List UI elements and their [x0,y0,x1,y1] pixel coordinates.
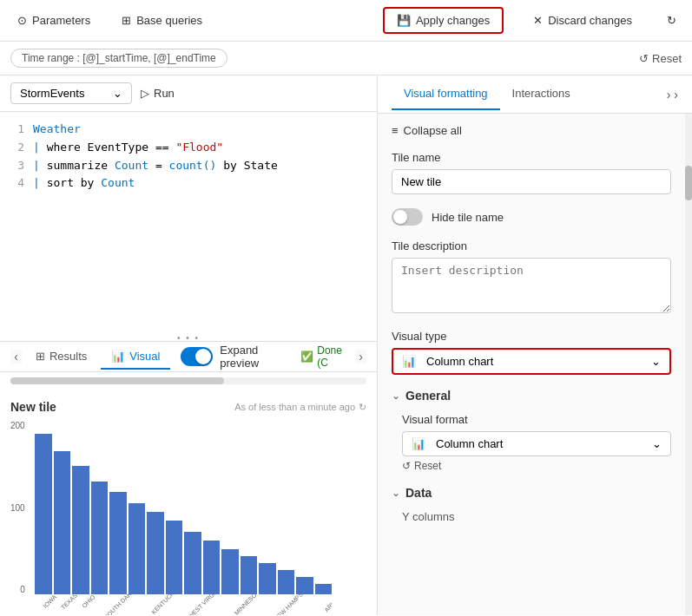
visual-type-chevron-icon: ⌄ [651,355,661,368]
code-line-3: 3 | summarize Count = count() by State [10,157,366,175]
bar-kentucky[interactable] [109,492,127,594]
visual-type-dropdown[interactable]: 📊 Column chart ⌄ [392,348,671,375]
right-scrollbar-thumb [685,166,692,200]
bar-ohio[interactable] [72,466,89,594]
chart-timestamp: As of less than a minute ago ↻ [234,402,366,413]
visual-type-value-container: 📊 Column chart [402,355,493,368]
chevron-right-icon2: › [674,88,678,102]
tile-description-field-group: Tile description [392,239,671,316]
bar-arizona[interactable] [184,532,201,594]
general-chevron-icon: ⌄ [392,390,400,402]
expand-preview-toggle[interactable] [181,347,213,366]
refresh-button[interactable]: ↻ [662,9,682,32]
results-icon: ⊞ [36,350,45,363]
bar-mississippi[interactable] [315,584,333,594]
general-section-header[interactable]: ⌄ General [392,389,671,403]
tile-description-textarea[interactable] [392,258,671,313]
refresh-chart-icon[interactable]: ↻ [359,402,366,413]
bar-west-virginia[interactable] [129,503,146,594]
time-range-reset-button[interactable]: ↺ Reset [639,52,682,65]
y-columns-label: Y columns [402,510,454,523]
code-content-4: | sort by Count [33,174,135,193]
parameters-btn[interactable]: ⊙ Parameters [10,10,97,30]
y-label-200: 200 [10,421,25,430]
chart-title: New tile [10,400,56,414]
bar-vermont[interactable] [203,541,221,594]
bar-rhode-island[interactable] [221,549,239,594]
right-nav-arrow[interactable]: › [355,350,366,364]
code-line-2: 2 | where EventType == "Flood" [10,139,366,157]
code-line-1: 1 Weather [10,121,366,139]
bar-north-carolina[interactable] [278,570,295,594]
bar-iowa[interactable] [35,434,52,594]
tile-name-input[interactable] [392,169,671,194]
right-scrollbar[interactable] [685,114,692,615]
data-section-header[interactable]: ⌄ Data [392,486,671,500]
bar-delaware[interactable] [259,563,276,594]
done-label: Done (C [317,344,352,369]
discard-changes-label: Discard changes [548,14,632,27]
tab-visual[interactable]: 📊 Visual [101,344,170,370]
h-scrollbar[interactable] [10,377,366,384]
left-panel: StormEvents ⌄ ▷ Run 1 Weather 2 | where … [0,75,378,615]
bar-texas[interactable] [54,451,71,594]
tab-interactions[interactable]: Interactions [500,78,583,110]
tab-results[interactable]: ⊞ Results [25,344,97,370]
chevron-down-icon: ⌄ [113,87,122,100]
x-label-texas: TEXAS [60,594,78,611]
line-num-4: 4 [10,174,24,193]
visual-format-value-container: 📊 Column chart [412,437,503,450]
general-section-title: General [405,389,451,403]
left-nav-arrow[interactable]: ‹ [10,350,22,364]
expand-preview-label: Expand preview [220,344,293,370]
code-editor[interactable]: 1 Weather 2 | where EventType == "Flood"… [0,112,377,334]
visual-format-dropdown[interactable]: 📊 Column chart ⌄ [402,431,671,456]
drag-handle[interactable]: • • • [0,334,377,341]
visual-format-reset-button[interactable]: ↺ Reset [402,460,441,472]
run-button[interactable]: ▷ Run [141,87,175,100]
bar-georgia[interactable] [296,577,313,594]
bar-washington[interactable] [241,556,258,594]
x-label-kentucky: KENTUCKY [150,594,178,615]
h-scrollbar-thumb [10,377,224,384]
hide-tile-name-toggle[interactable] [392,208,423,226]
chart-header: New tile As of less than a minute ago ↻ [10,400,366,414]
results-label: Results [49,350,87,363]
reset-small-label: Reset [414,460,441,472]
right-panel-body: ≡ Collapse all Tile name Hide tile name [378,114,692,615]
bar-minnesota[interactable] [147,512,164,594]
run-label: Run [154,87,175,100]
expand-panel-button[interactable]: › › [667,88,678,102]
x-label-new-hampshire: NEW HAMPSHIRE [273,594,313,615]
visual-format-chart-icon: 📊 [412,437,425,450]
base-queries-btn[interactable]: ⊞ Base queries [115,10,209,30]
bar-south-dakota[interactable] [91,482,109,594]
time-range-pill[interactable]: Time range : [@]_startTime, [@]_endTime [10,49,227,68]
parameters-icon: ⊙ [17,14,27,27]
apply-changes-button[interactable]: 💾 Apply changes [383,7,504,34]
database-selector[interactable]: StormEvents ⌄ [10,82,132,104]
data-chevron-icon: ⌄ [392,487,400,499]
code-content-3: | summarize Count = count() by State [33,157,278,175]
visual-icon: 📊 [111,350,125,363]
collapse-all-btn[interactable]: ≡ Collapse all [392,124,671,137]
discard-changes-button[interactable]: ✕ Discard changes [521,9,644,32]
y-columns-row: Y columns [402,510,671,523]
time-range-value: [@]_startTime, [@]_endTime [82,52,216,64]
x-axis: IOWATEXASOHIOSOUTH DAKOTAKENTUCKYWEST VI… [35,594,332,615]
reset-small-icon: ↺ [402,460,411,472]
visual-type-field-group: Visual type 📊 Column chart ⌄ [392,330,671,375]
code-line-4: 4 | sort by Count [10,174,366,193]
line-num-3: 3 [10,157,24,175]
right-tabs: Visual formatting Interactions › › [378,75,692,114]
visual-type-label: Visual type [392,330,671,343]
refresh-icon: ↻ [667,14,676,27]
hide-tile-toggle-knob [393,210,407,224]
bar-new-hampshire[interactable] [166,521,183,594]
bars-area [35,421,332,594]
visual-format-label: Visual format [402,413,671,426]
tab-visual-formatting[interactable]: Visual formatting [392,78,500,110]
chart-container: 200 100 0 IOWATEXASOHIOSOUTH DAKOTAKENTU… [10,421,340,612]
chart-area: New tile As of less than a minute ago ↻ … [0,390,377,615]
line-num-2: 2 [10,139,24,157]
